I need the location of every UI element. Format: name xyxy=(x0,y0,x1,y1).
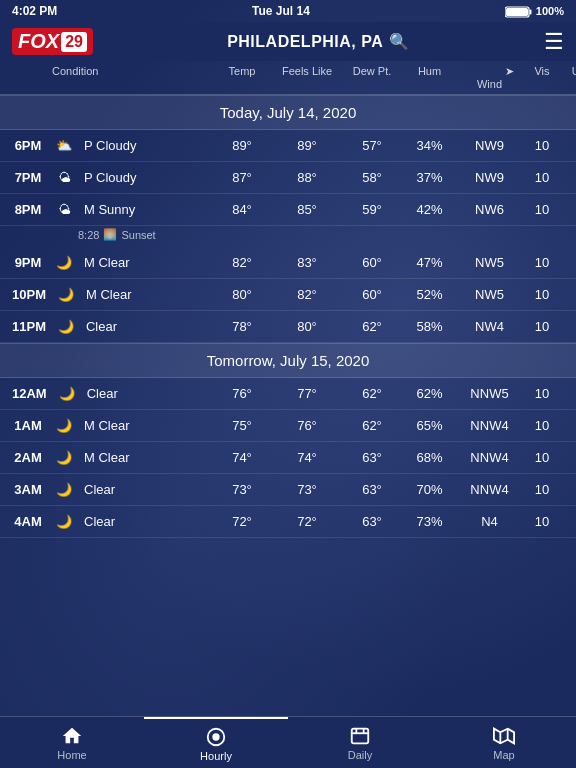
wind-value: NW6 xyxy=(457,202,522,217)
svg-marker-9 xyxy=(494,728,514,743)
search-icon[interactable]: 🔍 xyxy=(389,32,410,51)
condition-cell: 12AM 🌙 Clear xyxy=(12,386,212,401)
weather-icon: 🌙 xyxy=(52,287,80,302)
condition-text: Clear xyxy=(86,319,117,334)
humidity-value: 47% xyxy=(402,255,457,270)
condition-cell: 11PM 🌙 Clear xyxy=(12,319,212,334)
wind-value: NW4 xyxy=(457,319,522,334)
condition-text: P Cloudy xyxy=(84,170,137,185)
table-row: 3AM 🌙 Clear 73° 73° 63° 70% NNW4 10 0 xyxy=(0,474,576,506)
feels-like-value: 73° xyxy=(272,482,342,497)
fox-text: FOX xyxy=(18,30,59,53)
table-row: 10PM 🌙 M Clear 80° 82° 60° 52% NW5 10 0 xyxy=(0,279,576,311)
col-feels-like: Feels Like xyxy=(272,65,342,90)
status-bar: 4:02 PM Tue Jul 14 100% xyxy=(0,0,576,22)
wind-value: NNW4 xyxy=(457,450,522,465)
uv-value: 1 xyxy=(562,138,576,153)
table-row: 4AM 🌙 Clear 72° 72° 63° 73% N4 10 0 xyxy=(0,506,576,538)
nav-item-hourly[interactable]: Hourly xyxy=(144,717,288,768)
weather-icon: 🌙 xyxy=(53,386,81,401)
svg-point-4 xyxy=(213,734,219,740)
nav-item-home[interactable]: Home xyxy=(0,717,144,768)
wind-value: NW5 xyxy=(457,287,522,302)
temp-value: 73° xyxy=(212,482,272,497)
temp-value: 75° xyxy=(212,418,272,433)
feels-like-value: 72° xyxy=(272,514,342,529)
weather-icon: 🌙 xyxy=(50,418,78,433)
weather-icon: 🌤 xyxy=(50,170,78,185)
condition-cell: 9PM 🌙 M Clear xyxy=(12,255,212,270)
status-day: Tue Jul 14 xyxy=(252,4,310,18)
time-label: 8PM xyxy=(12,202,44,217)
table-row: 7PM 🌤 P Cloudy 87° 88° 58° 37% NW9 10 0 xyxy=(0,162,576,194)
feels-like-value: 74° xyxy=(272,450,342,465)
temp-value: 89° xyxy=(212,138,272,153)
weather-content[interactable]: Today, July 14, 2020 6PM ⛅ P Cloudy 89° … xyxy=(0,95,576,689)
temp-value: 80° xyxy=(212,287,272,302)
vis-value: 10 xyxy=(522,138,562,153)
status-time: 4:02 PM xyxy=(12,4,57,18)
weather-icon: 🌙 xyxy=(50,450,78,465)
wind-value: NW9 xyxy=(457,138,522,153)
table-row: 1AM 🌙 M Clear 75° 76° 62° 65% NNW4 10 0 xyxy=(0,410,576,442)
uv-value: 0 xyxy=(562,514,576,529)
condition-text: Clear xyxy=(87,386,118,401)
dew-pt-value: 60° xyxy=(342,287,402,302)
time-label: 2AM xyxy=(12,450,44,465)
weather-icon: 🌤 xyxy=(50,202,78,217)
dew-pt-value: 62° xyxy=(342,319,402,334)
bottom-navigation: Home Hourly Daily Map xyxy=(0,716,576,768)
dew-pt-value: 62° xyxy=(342,418,402,433)
dew-pt-value: 63° xyxy=(342,450,402,465)
humidity-value: 58% xyxy=(402,319,457,334)
time-label: 6PM xyxy=(12,138,44,153)
condition-text: M Clear xyxy=(84,255,130,270)
humidity-value: 62% xyxy=(402,386,457,401)
time-label: 3AM xyxy=(12,482,44,497)
condition-cell: 7PM 🌤 P Cloudy xyxy=(12,170,212,185)
condition-cell: 2AM 🌙 M Clear xyxy=(12,450,212,465)
condition-cell: 6PM ⛅ P Cloudy xyxy=(12,138,212,153)
vis-value: 10 xyxy=(522,514,562,529)
vis-value: 10 xyxy=(522,170,562,185)
time-label: 9PM xyxy=(12,255,44,270)
uv-value: 0 xyxy=(562,170,576,185)
uv-value: 0 xyxy=(562,450,576,465)
table-row: 9PM 🌙 M Clear 82° 83° 60° 47% NW5 10 0 xyxy=(0,247,576,279)
time-label: 12AM xyxy=(12,386,47,401)
feels-like-value: 85° xyxy=(272,202,342,217)
table-row: 12AM 🌙 Clear 76° 77° 62° 62% NNW5 10 0 xyxy=(0,378,576,410)
temp-value: 72° xyxy=(212,514,272,529)
daily-icon xyxy=(349,725,371,747)
weather-icon: 🌙 xyxy=(50,482,78,497)
feels-like-value: 88° xyxy=(272,170,342,185)
nav-item-map[interactable]: Map xyxy=(432,717,576,768)
time-label: 10PM xyxy=(12,287,46,302)
col-dew-pt: Dew Pt. xyxy=(342,65,402,90)
col-temp: Temp xyxy=(212,65,272,90)
humidity-value: 73% xyxy=(402,514,457,529)
vis-value: 10 xyxy=(522,202,562,217)
feels-like-value: 80° xyxy=(272,319,342,334)
hourly-icon xyxy=(205,726,227,748)
humidity-value: 70% xyxy=(402,482,457,497)
vis-value: 10 xyxy=(522,450,562,465)
condition-text: M Sunny xyxy=(84,202,135,217)
nav-label-daily: Daily xyxy=(348,749,372,761)
dew-pt-value: 63° xyxy=(342,514,402,529)
nav-label-home: Home xyxy=(57,749,86,761)
feels-like-value: 77° xyxy=(272,386,342,401)
table-row: 6PM ⛅ P Cloudy 89° 89° 57° 34% NW9 10 1 xyxy=(0,130,576,162)
menu-button[interactable]: ☰ xyxy=(544,29,564,55)
vis-value: 10 xyxy=(522,386,562,401)
dew-pt-value: 63° xyxy=(342,482,402,497)
wind-arrow-icon: ➤ xyxy=(465,65,514,77)
day-header: Today, July 14, 2020 xyxy=(0,95,576,130)
time-label: 7PM xyxy=(12,170,44,185)
humidity-value: 34% xyxy=(402,138,457,153)
nav-item-daily[interactable]: Daily xyxy=(288,717,432,768)
uv-value: 0 xyxy=(562,386,576,401)
vis-value: 10 xyxy=(522,255,562,270)
temp-value: 76° xyxy=(212,386,272,401)
weather-icon: ⛅ xyxy=(50,138,78,153)
